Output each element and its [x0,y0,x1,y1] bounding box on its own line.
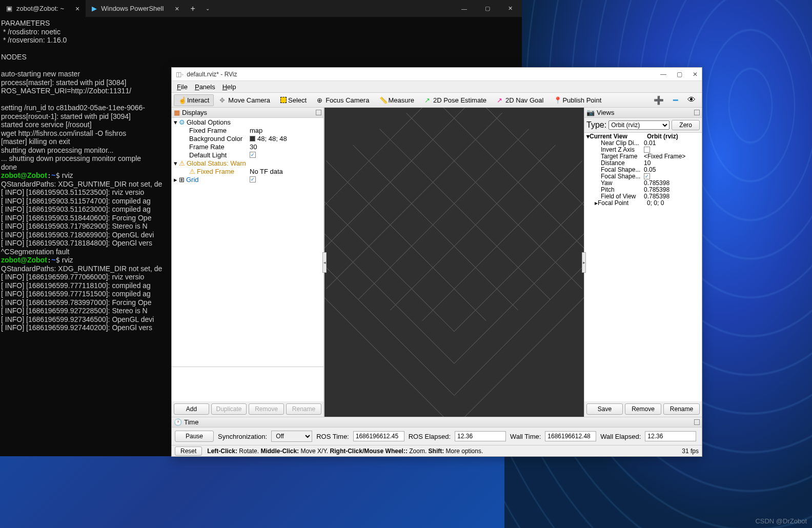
zero-button[interactable]: Zero [672,120,700,130]
terminal-titlebar: ▣ zobot@Zobot: ~ × ▶ Windows PowerShell … [0,0,522,17]
splitter-left[interactable]: ◂ [322,252,327,273]
hand-icon: ☝ [178,96,186,104]
svg-line-11 [326,113,502,289]
ros-time-label: ROS Time: [316,433,349,440]
panel-float-icon[interactable] [316,110,321,115]
watermark: CSDN @DrZobot [755,517,807,525]
rviz-logo-icon: ◫◦ [176,71,184,78]
terminal-tab-active[interactable]: ▣ zobot@Zobot: ~ × [0,0,86,17]
rename-button: Rename [286,403,321,415]
wall-elapsed-label: Wall Elapsed: [600,433,641,440]
sync-select[interactable]: Off [271,431,312,442]
minimize-button[interactable]: — [660,71,666,78]
panel-float-icon[interactable] [694,419,700,425]
svg-line-4 [406,113,582,289]
time-header[interactable]: 🕐 Time [172,417,702,428]
checkbox[interactable]: ✓ [250,176,256,182]
wall-elapsed-field[interactable] [645,431,696,441]
maximize-button[interactable]: ▢ [677,71,682,78]
svg-line-16 [324,241,454,396]
rviz-titlebar[interactable]: ◫◦default.rviz* - RViz — ▢ ✕ [172,68,702,81]
svg-line-5 [433,108,584,278]
3d-viewport[interactable]: ◂ ▸ [324,108,584,417]
views-panel: 📷 Views Type: Orbit (rviz) Zero ▾ Curren… [584,108,702,417]
time-panel: 🕐 Time Pause Synchronization: Off ROS Ti… [172,417,702,445]
move-icon: ✥ [219,96,227,104]
camera-icon: 📷 [586,109,595,116]
eye-icon[interactable]: 👁 [683,95,700,105]
svg-line-17 [454,241,584,396]
arrow-green-icon: ↗ [424,96,432,104]
svg-line-8 [422,161,582,321]
maximize-button[interactable]: ▢ [476,0,499,17]
tool-pose-estimate[interactable]: ↗2D Pose Estimate [420,94,491,106]
add-button[interactable]: Add [174,403,209,415]
type-label: Type: [586,120,606,130]
wall-time-label: Wall Time: [510,433,541,440]
displays-panel: ▦ Displays ▾⚙Global Options Fixed Framem… [172,108,324,417]
powershell-icon: ▶ [92,5,97,12]
menu-help[interactable]: Help [219,82,239,92]
svg-line-19 [454,273,584,417]
tool-measure[interactable]: 📏Measure [375,94,419,106]
focus-icon: ⊕ [317,96,324,104]
splitter-right[interactable]: ▸ [582,252,586,273]
statusbar: Reset Left-Click: Rotate. Middle-Click: … [172,445,702,456]
rviz-window: ◫◦default.rviz* - RViz — ▢ ✕ File Panels… [171,67,702,457]
pause-button[interactable]: Pause [175,431,214,442]
panel-float-icon[interactable] [694,110,700,115]
close-icon[interactable]: × [75,5,79,13]
svg-line-15 [454,209,584,364]
expand-icon[interactable]: ▾ [174,118,177,126]
tool-focus-camera[interactable]: ⊕Focus Camera [312,94,374,106]
displays-header[interactable]: ▦ Displays [172,108,323,118]
new-tab-button[interactable]: + [186,4,200,13]
close-button[interactable]: ✕ [499,0,522,17]
tool-publish-point[interactable]: 📍Publish Point [549,94,606,106]
close-button[interactable]: ✕ [693,71,698,78]
tool-move-camera[interactable]: ✥Move Camera [215,94,275,106]
checkbox[interactable] [644,147,650,153]
views-tree[interactable]: ▾ Current ViewOrbit (rviz) Near Clip Di.… [584,133,702,401]
displays-icon: ▦ [174,109,180,116]
svg-line-13 [324,108,449,268]
svg-line-14 [324,209,454,364]
save-button[interactable]: Save [586,403,623,415]
svg-line-2 [353,145,518,310]
svg-line-3 [379,129,550,300]
tab-dropdown-button[interactable]: ⌄ [200,6,215,11]
plus-icon[interactable]: ➕ [649,95,668,105]
tool-nav-goal[interactable]: ↗2D Nav Goal [492,94,548,106]
wall-time-field[interactable] [545,431,596,441]
window-title: default.rviz* - RViz [187,71,237,78]
remove-button[interactable]: Remove [625,403,661,415]
rename-button[interactable]: Rename [663,403,700,415]
select-icon [280,97,287,103]
grid-icon: ⊞ [179,176,185,184]
gear-icon: ⚙ [179,118,185,126]
svg-line-18 [324,273,454,417]
checkbox[interactable]: ✓ [250,152,256,158]
menu-panels[interactable]: Panels [192,82,218,92]
expand-icon[interactable]: ▸ [586,199,598,207]
views-header[interactable]: 📷 Views [584,108,702,118]
ros-elapsed-field[interactable] [455,431,506,441]
fps-label: 31 fps [682,448,699,455]
displays-tree[interactable]: ▾⚙Global Options Fixed Framemap Backgrou… [172,118,323,367]
view-type-select[interactable]: Orbit (rviz) [608,120,669,130]
checkbox[interactable]: ✓ [644,173,650,179]
close-icon[interactable]: × [175,5,179,13]
minus-icon[interactable]: ━ [669,95,682,105]
tool-interact[interactable]: ☝Interact [174,94,214,106]
grid-render [324,108,584,417]
expand-icon[interactable]: ▾ [174,159,177,167]
ruler-icon: 📏 [379,96,387,104]
tool-select[interactable]: Select [276,94,311,106]
expand-icon[interactable]: ▸ [174,176,177,184]
reset-button[interactable]: Reset [175,446,202,456]
terminal-tab-powershell[interactable]: ▶ Windows PowerShell × [86,0,185,17]
menu-file[interactable]: File [174,82,191,92]
ros-time-field[interactable] [353,431,404,441]
minimize-button[interactable]: — [453,0,476,17]
duplicate-button: Duplicate [211,403,247,415]
